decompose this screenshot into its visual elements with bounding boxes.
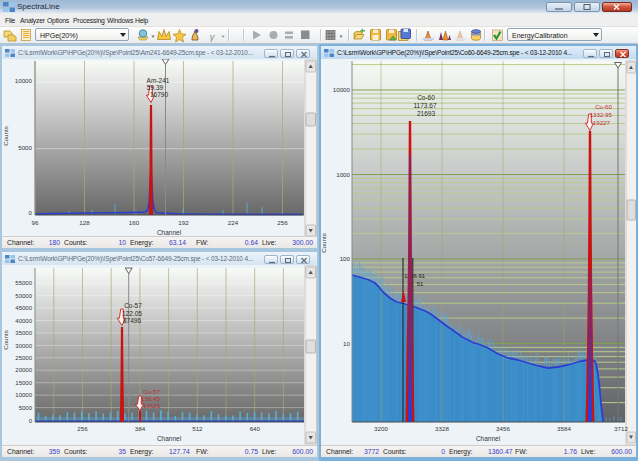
svg-text:Channel: Channel [476, 435, 501, 442]
svg-text:136.45: 136.45 [141, 395, 160, 402]
svg-text:512: 512 [192, 425, 203, 432]
svg-text:Counts: Counts [321, 233, 327, 253]
svg-text:35000: 35000 [15, 330, 32, 336]
svg-text:10000: 10000 [333, 86, 351, 93]
svg-text:20000: 20000 [15, 367, 32, 373]
svg-text:87496: 87496 [123, 317, 141, 324]
svg-text:256: 256 [277, 219, 288, 226]
svg-text:1000: 1000 [336, 171, 350, 178]
svg-text:10: 10 [343, 340, 350, 347]
svg-text:1196.91: 1196.91 [404, 273, 426, 279]
svg-text:30000: 30000 [15, 343, 32, 349]
svg-text:1173.67: 1173.67 [413, 102, 436, 109]
svg-text:224: 224 [228, 219, 239, 226]
svg-text:51: 51 [417, 281, 424, 287]
svg-text:25000: 25000 [15, 355, 32, 361]
svg-text:3584: 3584 [557, 425, 571, 432]
svg-text:96: 96 [32, 219, 39, 226]
svg-text:50000: 50000 [15, 293, 32, 299]
svg-text:0: 0 [29, 209, 33, 216]
svg-text:40000: 40000 [15, 318, 32, 324]
svg-text:160: 160 [129, 219, 140, 226]
svg-text:3712: 3712 [614, 425, 628, 432]
svg-text:3456: 3456 [496, 425, 510, 432]
svg-text:10000: 10000 [15, 77, 33, 84]
svg-text:Am-241: Am-241 [147, 77, 170, 84]
svg-text:0: 0 [29, 418, 33, 424]
svg-text:Co-60: Co-60 [595, 103, 612, 110]
svg-text:5000: 5000 [19, 405, 33, 411]
svg-text:15000: 15000 [15, 380, 32, 386]
svg-text:122.05: 122.05 [122, 310, 142, 317]
svg-text:5000: 5000 [18, 144, 32, 151]
svg-text:10000: 10000 [15, 392, 32, 398]
svg-text:640: 640 [250, 425, 261, 432]
svg-text:Co-57: Co-57 [143, 388, 160, 395]
svg-text:3328: 3328 [435, 425, 449, 432]
svg-text:19227: 19227 [593, 119, 611, 126]
svg-text:192: 192 [178, 219, 189, 226]
svg-text:21693: 21693 [417, 110, 435, 117]
svg-text:384: 384 [135, 425, 146, 432]
svg-text:Counts: Counts [2, 330, 9, 350]
svg-text:59.39: 59.39 [147, 84, 164, 91]
svg-text:128: 128 [79, 219, 90, 226]
svg-text:γ: γ [210, 31, 216, 42]
svg-text:55000: 55000 [15, 280, 32, 286]
svg-text:Channel: Channel [157, 229, 182, 236]
svg-text:10625: 10625 [143, 402, 161, 409]
svg-text:100: 100 [340, 255, 351, 262]
svg-text:Co-57: Co-57 [124, 302, 142, 309]
svg-text:45000: 45000 [15, 305, 32, 311]
svg-text:3200: 3200 [374, 425, 388, 432]
svg-text:16790: 16790 [150, 91, 168, 98]
svg-text:Channel: Channel [157, 435, 182, 442]
svg-text:256: 256 [77, 425, 88, 432]
svg-text:1332.95: 1332.95 [590, 111, 613, 118]
svg-text:Co-60: Co-60 [417, 94, 435, 101]
svg-text:Counts: Counts [2, 126, 9, 146]
